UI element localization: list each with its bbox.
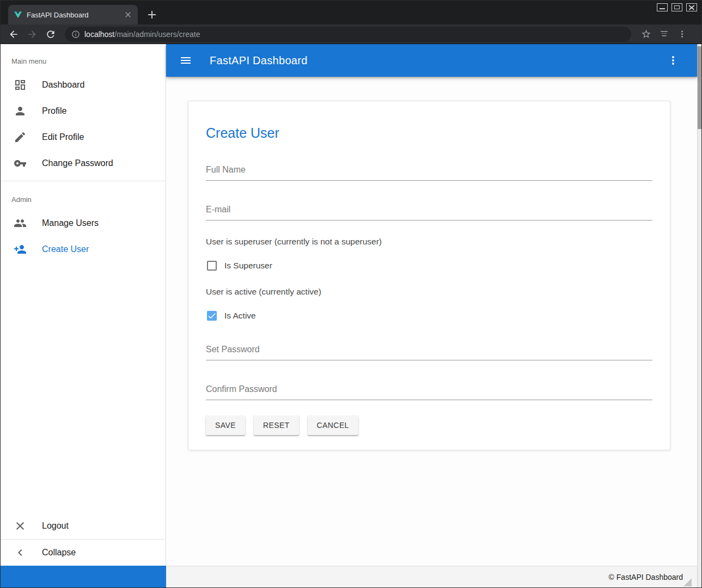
browser-panel-icon[interactable] xyxy=(659,29,669,39)
page-scrollbar[interactable] xyxy=(697,44,701,587)
sidebar-item-label: Manage Users xyxy=(42,218,99,228)
main-content: Create User User is superuser (currently… xyxy=(166,77,697,566)
sidebar-item-label: Logout xyxy=(42,521,69,531)
back-icon[interactable] xyxy=(8,29,19,40)
full-name-input[interactable] xyxy=(206,163,652,181)
page-title: Create User xyxy=(206,125,652,141)
tab-title: FastAPI Dashboard xyxy=(27,11,119,19)
sidebar-section-main: Main menu xyxy=(1,44,166,72)
app-footer: © FastAPI Dashboard xyxy=(166,566,697,587)
confirm-password-field-wrap xyxy=(206,382,652,400)
people-icon xyxy=(14,217,27,230)
sidebar-item-manage-users[interactable]: Manage Users xyxy=(1,210,166,236)
new-tab-icon[interactable] xyxy=(145,8,158,21)
app-sidebar: Main menu Dashboard Profile Edit Profile… xyxy=(1,44,166,566)
sidebar-item-label: Change Password xyxy=(42,158,113,168)
hamburger-menu-icon[interactable] xyxy=(179,54,192,67)
email-field-wrap xyxy=(206,203,652,220)
tab-close-icon[interactable] xyxy=(124,10,132,19)
password-field-wrap xyxy=(206,342,652,360)
create-user-card: Create User User is superuser (currently… xyxy=(188,101,670,450)
is-superuser-checkbox[interactable] xyxy=(207,261,217,271)
dashboard-icon xyxy=(14,78,27,91)
window-minimize-button[interactable] xyxy=(657,3,668,11)
scrollbar-thumb[interactable] xyxy=(698,46,701,129)
pencil-icon xyxy=(14,131,27,144)
window-close-button[interactable] xyxy=(686,3,697,11)
browser-menu-kebab-icon[interactable] xyxy=(677,29,687,39)
url-host: localhost xyxy=(84,30,114,39)
superuser-hint: User is superuser (currently is not a su… xyxy=(206,237,652,247)
is-superuser-label: Is Superuser xyxy=(224,261,272,271)
sidebar-item-change-password[interactable]: Change Password xyxy=(1,150,166,176)
sidebar-divider xyxy=(1,181,166,181)
sidebar-spacer xyxy=(1,262,166,513)
copyright-text: © FastAPI Dashboard xyxy=(609,573,683,581)
page-info-icon[interactable] xyxy=(71,30,80,39)
is-active-checkbox-row[interactable]: Is Active xyxy=(206,311,652,321)
save-button[interactable]: SAVE xyxy=(206,415,245,435)
forward-icon[interactable] xyxy=(27,29,38,40)
person-icon xyxy=(14,105,27,118)
full-name-field-wrap xyxy=(206,163,652,181)
form-buttons: SAVE RESET CANCEL xyxy=(206,415,652,435)
confirm-password-input[interactable] xyxy=(206,382,652,400)
reset-button[interactable]: RESET xyxy=(254,415,299,435)
close-icon xyxy=(14,519,27,532)
app-title: FastAPI Dashboard xyxy=(210,54,308,67)
password-input[interactable] xyxy=(206,342,652,360)
reload-icon[interactable] xyxy=(45,29,56,40)
sidebar-section-admin: Admin xyxy=(1,186,166,210)
sidebar-footer-accent xyxy=(1,566,166,587)
cancel-button[interactable]: CANCEL xyxy=(308,415,358,435)
window-controls xyxy=(657,3,697,11)
sidebar-item-profile[interactable]: Profile xyxy=(1,98,166,124)
person-add-icon xyxy=(14,243,27,256)
url-path: /main/admin/users/create xyxy=(114,30,200,39)
sidebar-item-label: Dashboard xyxy=(42,80,84,90)
sidebar-item-label: Collapse xyxy=(42,548,76,558)
key-icon xyxy=(14,157,27,170)
active-hint: User is active (currently active) xyxy=(206,287,652,297)
sidebar-item-label: Edit Profile xyxy=(42,132,84,142)
is-superuser-checkbox-row[interactable]: Is Superuser xyxy=(206,261,652,271)
app-bar: FastAPI Dashboard xyxy=(166,44,697,77)
chevron-left-icon xyxy=(14,546,27,559)
is-active-label: Is Active xyxy=(224,311,256,321)
is-active-checkbox[interactable] xyxy=(207,311,217,321)
sidebar-item-label: Create User xyxy=(42,244,89,254)
vuetify-favicon-icon xyxy=(14,10,22,19)
sidebar-item-collapse[interactable]: Collapse xyxy=(1,540,166,566)
url-bar[interactable]: localhost/main/admin/users/create xyxy=(65,27,631,42)
sidebar-item-dashboard[interactable]: Dashboard xyxy=(1,72,166,98)
window-maximize-button[interactable] xyxy=(672,3,682,11)
email-input[interactable] xyxy=(206,203,652,220)
browser-titlebar: FastAPI Dashboard xyxy=(1,1,701,24)
sidebar-item-logout[interactable]: Logout xyxy=(1,513,166,539)
browser-toolbar: localhost/main/admin/users/create xyxy=(1,24,701,44)
appbar-kebab-icon[interactable] xyxy=(667,54,680,67)
browser-tab[interactable]: FastAPI Dashboard xyxy=(8,5,138,24)
resize-grip[interactable] xyxy=(683,578,692,586)
sidebar-item-create-user[interactable]: Create User xyxy=(1,236,166,262)
sidebar-item-label: Profile xyxy=(42,106,66,116)
url-text: localhost/main/admin/users/create xyxy=(84,30,200,39)
toolbar-right xyxy=(641,29,687,39)
bookmark-star-icon[interactable] xyxy=(641,29,651,39)
sidebar-item-edit-profile[interactable]: Edit Profile xyxy=(1,124,166,150)
